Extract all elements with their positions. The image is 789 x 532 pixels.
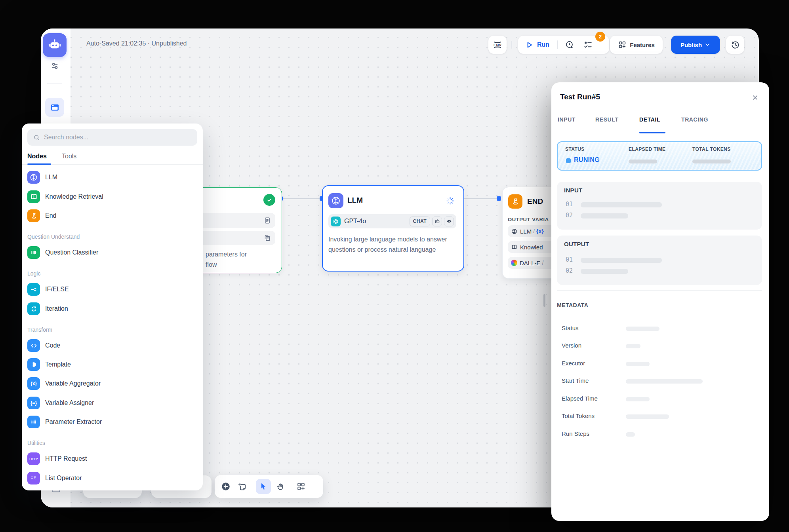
tab-tracing[interactable]: TRACING <box>681 116 708 123</box>
node-item-variable-assigner[interactable]: {=} Variable Assigner <box>27 395 94 411</box>
publish-button[interactable]: Publish <box>671 36 720 54</box>
node-item-iteration[interactable]: Iteration <box>27 301 68 317</box>
output-variables-label: OUTPUT VARIA <box>508 217 549 222</box>
node-item-llm[interactable]: LLM <box>27 169 57 185</box>
active-tab-underline <box>639 132 665 133</box>
node-panel-toggle-button[interactable] <box>45 98 64 117</box>
node-item-if-else[interactable]: IF/ELSE <box>27 281 69 297</box>
section-transform: Transform <box>27 327 52 333</box>
model-name: GPT-4o <box>344 218 366 225</box>
row-number: 01 <box>566 256 573 263</box>
meta-total-tokens-label: Total Tokens <box>562 412 595 419</box>
node-item-code[interactable]: Code <box>27 338 60 353</box>
active-tab-underline <box>27 163 51 165</box>
canvas-scrollbar[interactable] <box>543 294 545 307</box>
llm-node-description: Invoking large language models to answer… <box>328 234 459 255</box>
tab-tools[interactable]: Tools <box>62 153 76 160</box>
toolbar-divider <box>252 482 252 491</box>
run-history-clock-icon[interactable] <box>565 40 575 50</box>
node-item-http-request[interactable]: HTTP HTTP Request <box>27 451 87 467</box>
llm-icon <box>331 196 341 206</box>
total-tokens-skeleton <box>692 160 731 163</box>
list-operator-icon <box>27 472 40 484</box>
llm-icon <box>511 228 518 235</box>
node-item-variable-aggregator[interactable]: {x} Variable Aggregator <box>27 376 101 391</box>
node-item-end[interactable]: End <box>27 208 56 224</box>
agent-toggle[interactable] <box>432 217 442 226</box>
output-skeleton <box>581 258 662 263</box>
hand-icon <box>276 482 286 491</box>
env-button[interactable]: ENV <box>488 36 507 54</box>
section-utilities: Utilities <box>27 440 45 446</box>
code-icon <box>27 339 40 352</box>
play-icon[interactable] <box>525 41 534 49</box>
http-request-icon: HTTP <box>27 452 40 465</box>
meta-version-label: Version <box>562 342 581 349</box>
checklist-icon[interactable] <box>583 40 593 50</box>
plus-circle-icon <box>221 481 231 492</box>
if-else-icon <box>27 283 40 296</box>
meta-run-steps-label: Run Steps <box>562 430 589 437</box>
row-number: 02 <box>566 212 573 219</box>
check-icon <box>266 196 273 203</box>
version-history-button[interactable] <box>726 36 744 54</box>
metadata-title: METADATA <box>557 302 588 308</box>
meta-start-time-label: Start Time <box>562 377 589 384</box>
robot-logo-icon <box>47 38 62 53</box>
total-tokens-label: TOTAL TOKENS <box>692 146 731 152</box>
close-icon <box>751 94 759 101</box>
search-input[interactable]: Search nodes... <box>27 129 197 146</box>
tab-input[interactable]: INPUT <box>558 116 576 123</box>
node-search-panel: Search nodes... Nodes Tools LLM Knowledg… <box>22 124 203 490</box>
end-node-icon-tile <box>508 194 522 209</box>
tab-nodes[interactable]: Nodes <box>27 153 47 160</box>
llm-icon <box>27 171 40 184</box>
tab-result[interactable]: RESULT <box>595 116 619 123</box>
meta-skeleton <box>626 397 650 401</box>
end-input-port[interactable] <box>497 196 501 201</box>
node-item-template[interactable]: Template <box>27 357 71 372</box>
organize-nodes-button[interactable] <box>295 480 307 493</box>
end-flag-icon <box>511 197 520 206</box>
node-item-parameter-extractor[interactable]: Parameter Extractor <box>27 414 102 430</box>
features-button[interactable]: Features <box>610 36 663 54</box>
publish-label: Publish <box>680 42 702 48</box>
llm-node[interactable]: LLM GPT-4o CHAT <box>322 185 464 272</box>
llm-node-icon-tile <box>328 193 343 208</box>
autosave-status: Auto-Saved 21:02:35 · Unpublished <box>86 40 187 47</box>
history-restore-icon <box>730 40 740 50</box>
cursor-icon <box>259 482 268 491</box>
end-node-title: END <box>527 197 543 206</box>
run-button[interactable]: Run <box>537 41 549 48</box>
run-status-card: STATUS ELAPSED TIME TOTAL TOKENS RUNING <box>557 141 762 171</box>
workflow-settings-button[interactable] <box>49 60 61 72</box>
running-indicator-dot <box>566 158 571 163</box>
vision-toggle[interactable] <box>444 217 454 226</box>
status-label: STATUS <box>565 146 585 152</box>
knowledge-retrieval-icon <box>27 190 40 203</box>
app-logo[interactable] <box>43 33 67 57</box>
robot-icon <box>434 218 440 224</box>
edge-llm-to-end <box>463 198 499 199</box>
llm-model-row[interactable]: GPT-4o CHAT <box>328 214 456 228</box>
add-node-button[interactable] <box>219 480 232 493</box>
iteration-icon <box>27 302 40 315</box>
node-item-list-operator[interactable]: List Operator <box>27 470 82 486</box>
parameter-extractor-icon <box>27 416 40 428</box>
canvas-toolbar <box>215 475 323 498</box>
node-item-question-classifier[interactable]: Question Classifier <box>27 245 98 260</box>
edge-start-to-llm <box>281 198 322 199</box>
features-grid-icon <box>618 40 627 49</box>
variable-aggregator-icon: {x} <box>27 377 40 390</box>
hand-mode-button[interactable] <box>274 480 287 493</box>
checklist-badge: 2 <box>595 32 605 42</box>
node-item-knowledge-retrieval[interactable]: Knowledge Retrieval <box>27 189 103 205</box>
tab-detail[interactable]: DETAIL <box>639 116 660 123</box>
pointer-mode-button[interactable] <box>256 479 271 494</box>
search-placeholder: Search nodes... <box>44 134 88 141</box>
add-note-button[interactable] <box>236 480 248 493</box>
close-panel-button[interactable] <box>750 93 760 102</box>
output-card: OUTPUT 01 02 <box>557 236 762 285</box>
dalle-icon <box>511 260 517 266</box>
meta-executor-label: Executor <box>562 360 585 367</box>
